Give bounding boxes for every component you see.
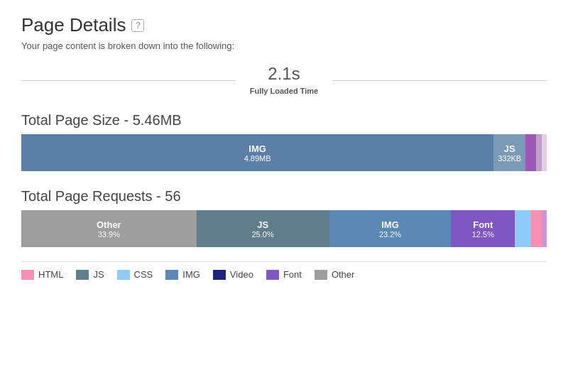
requests-bar-segment: [531, 210, 542, 247]
legend-item: IMG: [165, 269, 200, 280]
requests-bar-segment: JS25.0%: [197, 210, 329, 247]
page-title-container: Page Details ?: [21, 14, 547, 36]
timeline-center: 2.1s Fully Loaded Time: [236, 64, 332, 97]
requests-bar-segment: Font12.5%: [451, 210, 515, 247]
legend-item: CSS: [117, 269, 153, 280]
fully-loaded-time: 2.1s: [250, 64, 318, 84]
requests-section-title: Total Page Requests - 56: [21, 188, 547, 205]
subtitle: Your page content is broken down into th…: [21, 40, 547, 51]
legend-item: JS: [76, 269, 104, 280]
legend-swatch: [117, 270, 130, 280]
legend-item: HTML: [21, 269, 63, 280]
page-title: Page Details: [21, 14, 126, 36]
size-bar-segment: [542, 134, 547, 171]
requests-bar-segment: [515, 210, 530, 247]
timeline-label: Fully Loaded Time: [250, 87, 318, 95]
legend-label: Video: [230, 269, 253, 280]
legend-label: Font: [283, 269, 302, 280]
legend-item: Other: [315, 269, 355, 280]
size-bar-segment: [525, 134, 536, 171]
legend-swatch: [315, 270, 327, 280]
legend-item: Video: [213, 269, 253, 280]
size-bar-segment: IMG4.89MB: [21, 134, 493, 171]
size-bar-segment: JS332KB: [493, 134, 525, 171]
legend-swatch: [76, 270, 89, 280]
legend-label: IMG: [182, 269, 200, 280]
timeline-bar: 2.1s Fully Loaded Time: [21, 64, 547, 97]
legend-swatch: [266, 270, 279, 280]
timeline-line-left: [21, 80, 236, 81]
requests-bar-segment: Other33.9%: [21, 210, 197, 247]
size-bar-segment: [536, 134, 541, 171]
legend-label: Other: [332, 269, 355, 280]
size-bar: IMG4.89MBJS332KB: [21, 134, 547, 171]
requests-bar: Other33.9%JS25.0%IMG23.2%Font12.5%: [21, 210, 547, 247]
size-section-title: Total Page Size - 5.46MB: [21, 112, 547, 129]
legend-swatch: [165, 270, 178, 280]
legend-label: HTML: [38, 269, 63, 280]
requests-bar-segment: IMG23.2%: [329, 210, 452, 247]
legend-swatch: [213, 270, 226, 280]
legend-item: Font: [266, 269, 302, 280]
requests-bar-segment: [542, 210, 547, 247]
legend-label: JS: [93, 269, 104, 280]
legend-label: CSS: [134, 269, 153, 280]
help-icon[interactable]: ?: [131, 19, 144, 32]
legend-swatch: [21, 270, 34, 280]
timeline-line-right: [332, 80, 547, 81]
legend: HTML JS CSS IMG Video Font Other: [21, 261, 547, 280]
